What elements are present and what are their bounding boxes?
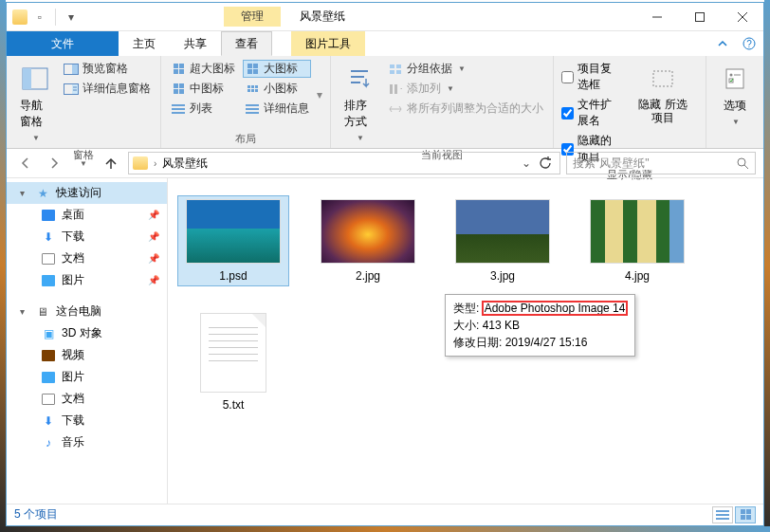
nav-forward-button[interactable] bbox=[43, 152, 65, 174]
svg-point-31 bbox=[738, 158, 745, 166]
sort-by-button[interactable]: 排序方式▼ bbox=[339, 60, 380, 146]
minimize-button[interactable] bbox=[635, 3, 678, 31]
breadcrumb-segment[interactable]: 风景壁纸 bbox=[162, 156, 208, 172]
nav-pane-label: 导航窗格 bbox=[20, 98, 50, 130]
preview-pane-icon bbox=[64, 64, 79, 75]
tab-home[interactable]: 主页 bbox=[119, 31, 170, 56]
arrow-up-icon bbox=[103, 156, 119, 171]
address-dropdown[interactable]: ⌄ bbox=[522, 156, 531, 170]
pin-icon: 📌 bbox=[148, 275, 159, 285]
layout-more-button[interactable]: ▾ bbox=[317, 88, 322, 101]
tab-picture-tools[interactable]: 图片工具 bbox=[291, 31, 365, 56]
close-button[interactable] bbox=[721, 3, 763, 31]
hide-icon bbox=[651, 68, 675, 89]
view-extra-large-button[interactable]: 超大图标 bbox=[169, 60, 237, 78]
item-checkboxes-toggle[interactable]: 项目复选框 bbox=[561, 60, 622, 94]
tab-file[interactable]: 文件 bbox=[7, 31, 119, 56]
nav-pane-icon bbox=[22, 67, 48, 90]
tree-quick-access[interactable]: ▾★快速访问 bbox=[7, 182, 167, 204]
nav-pane-button[interactable]: 导航窗格 ▼ bbox=[14, 60, 56, 146]
tree-downloads-2[interactable]: ⬇下载 bbox=[7, 410, 167, 431]
nav-up-button[interactable] bbox=[100, 152, 122, 174]
file-item[interactable]: 1.psd bbox=[177, 195, 289, 286]
svg-rect-22 bbox=[394, 84, 397, 94]
file-thumbnail bbox=[186, 199, 281, 264]
view-large-button[interactable]: 大图标 bbox=[243, 60, 311, 78]
file-item[interactable]: 4.jpg bbox=[581, 195, 693, 286]
details-pane-button[interactable]: 详细信息窗格 bbox=[62, 80, 153, 98]
pictures-icon bbox=[42, 372, 55, 383]
add-columns-button[interactable]: +添加列▼ bbox=[386, 80, 545, 98]
view-medium-button[interactable]: 中图标 bbox=[169, 80, 237, 98]
tree-pictures[interactable]: 图片📌 bbox=[7, 269, 167, 291]
file-thumbnail bbox=[590, 199, 685, 264]
download-icon: ⬇ bbox=[41, 413, 56, 429]
group-by-button[interactable]: 分组依据▼ bbox=[386, 60, 545, 78]
ribbon-group-panes: 导航窗格 ▼ 预览窗格 详细信息窗格 窗格 bbox=[7, 56, 161, 148]
ribbon-group-show-hide: 项目复选框 文件扩展名 隐藏的项目 隐藏 所选项目 显示/隐藏 bbox=[554, 56, 706, 148]
nav-recent-button[interactable]: ▼ bbox=[71, 152, 94, 174]
file-item[interactable]: 2.jpg bbox=[312, 195, 424, 286]
ribbon-tabs: 文件 主页 共享 查看 图片工具 ? bbox=[7, 31, 763, 56]
svg-text:?: ? bbox=[746, 39, 752, 49]
view-details-button[interactable] bbox=[712, 506, 733, 523]
qat-placeholder[interactable]: ▫ bbox=[29, 7, 50, 28]
pin-icon: 📌 bbox=[148, 253, 159, 264]
file-item[interactable]: 3.jpg bbox=[447, 195, 559, 286]
file-thumbnail bbox=[200, 313, 266, 393]
download-icon: ⬇ bbox=[41, 229, 56, 245]
file-name: 2.jpg bbox=[356, 269, 380, 283]
view-list-button[interactable]: 列表 bbox=[169, 100, 237, 118]
file-item[interactable]: 5.txt bbox=[177, 309, 289, 415]
ribbon-collapse-button[interactable] bbox=[710, 31, 735, 56]
svg-rect-7 bbox=[23, 68, 31, 89]
nav-tree: ▾★快速访问 桌面📌 ⬇下载📌 文档📌 图片📌 ▾🖥这台电脑 ▣3D 对象 视频… bbox=[7, 178, 168, 503]
star-icon: ★ bbox=[35, 186, 50, 201]
qat-dropdown[interactable]: ▾ bbox=[61, 7, 82, 28]
arrow-right-icon bbox=[46, 156, 62, 171]
tree-documents[interactable]: 文档📌 bbox=[7, 248, 167, 269]
tree-documents-2[interactable]: 文档 bbox=[7, 388, 167, 410]
view-details-button[interactable]: 详细信息 bbox=[243, 100, 311, 118]
options-button[interactable]: 选项▼ bbox=[714, 60, 756, 144]
file-list[interactable]: 1.psd 2.jpg 3.jpg 4.jpg 5.txt 类型: Adobe … bbox=[168, 178, 763, 503]
tree-this-pc[interactable]: ▾🖥这台电脑 bbox=[7, 301, 167, 322]
options-icon bbox=[723, 67, 747, 90]
help-icon: ? bbox=[742, 37, 756, 50]
maximize-button[interactable] bbox=[678, 3, 721, 31]
file-ext-toggle[interactable]: 文件扩展名 bbox=[561, 96, 622, 130]
svg-rect-21 bbox=[390, 84, 393, 94]
chevron-up-icon bbox=[718, 39, 727, 48]
tree-music[interactable]: ♪音乐 bbox=[7, 431, 167, 453]
tooltip-date-value: 2019/4/27 15:16 bbox=[505, 336, 588, 349]
tab-view[interactable]: 查看 bbox=[221, 31, 272, 56]
tab-share[interactable]: 共享 bbox=[170, 31, 221, 56]
nav-back-button[interactable] bbox=[14, 152, 37, 174]
item-count: 5 个项目 bbox=[14, 506, 58, 523]
maximize-icon bbox=[695, 12, 705, 22]
tree-videos[interactable]: 视频 bbox=[7, 344, 167, 366]
tree-downloads[interactable]: ⬇下载📌 bbox=[7, 226, 167, 248]
fit-columns-button[interactable]: 将所有列调整为合适的大小 bbox=[386, 100, 545, 118]
ribbon-group-options: 选项▼ bbox=[706, 56, 763, 148]
close-icon bbox=[738, 12, 747, 22]
tree-3d-objects[interactable]: ▣3D 对象 bbox=[7, 322, 167, 344]
tree-pictures-2[interactable]: 图片 bbox=[7, 366, 167, 388]
address-box[interactable]: › 风景壁纸 ⌄ bbox=[128, 152, 560, 174]
ribbon-group-layout: 超大图标 中图标 列表 大图标 小图标 详细信息 ▾ 布局 bbox=[161, 56, 331, 148]
svg-rect-9 bbox=[72, 64, 78, 74]
preview-pane-button[interactable]: 预览窗格 bbox=[62, 60, 153, 78]
pin-icon: 📌 bbox=[148, 231, 159, 242]
contextual-tab-header: 管理 bbox=[224, 7, 281, 27]
chevron-right-icon[interactable]: › bbox=[152, 158, 158, 169]
help-button[interactable]: ? bbox=[735, 31, 763, 56]
search-box[interactable]: 搜索"风景壁纸" bbox=[566, 152, 756, 174]
tree-desktop[interactable]: 桌面📌 bbox=[7, 204, 167, 226]
pictures-icon bbox=[42, 275, 55, 286]
search-placeholder: 搜索"风景壁纸" bbox=[573, 156, 650, 172]
grid-icon bbox=[741, 509, 751, 520]
refresh-button[interactable] bbox=[535, 156, 556, 170]
view-small-button[interactable]: 小图标 bbox=[243, 80, 311, 98]
view-thumbnails-button[interactable] bbox=[735, 506, 756, 523]
pc-icon: 🖥 bbox=[35, 304, 50, 320]
